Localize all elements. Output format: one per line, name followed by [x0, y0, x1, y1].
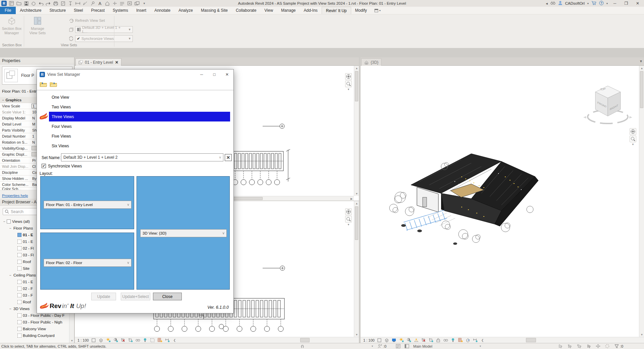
scale-label[interactable]: 1 : 100 [77, 338, 89, 342]
zoom-icon[interactable] [345, 216, 352, 222]
active-workset-label[interactable]: Main Model [413, 344, 432, 348]
update-select-button[interactable]: Update+Select [121, 293, 150, 300]
close-view-tab-icon[interactable]: ✕ [115, 60, 118, 65]
crop-off-icon[interactable] [120, 338, 126, 343]
worksharing-icon[interactable] [300, 344, 305, 348]
help-dropdown-icon[interactable]: ▾ [606, 2, 608, 5]
tab-steel[interactable]: Steel [70, 7, 87, 14]
pane-view-dropdown[interactable]: Floor Plan: 01 - Entry Level˅ [44, 201, 131, 209]
user-dropdown-icon[interactable]: ▾ [587, 2, 589, 5]
save-set-folder-icon[interactable] [50, 81, 57, 88]
tab-annotate[interactable]: Annotate [150, 7, 174, 14]
select-underlay-icon[interactable] [568, 344, 572, 348]
h-scrollbar[interactable] [486, 337, 644, 343]
ribbon-display-toggle[interactable]: ▾ [371, 7, 384, 14]
h-scrollbar[interactable] [178, 337, 359, 343]
selection-filter[interactable]: :0 [614, 344, 623, 348]
update-button[interactable]: Update [91, 293, 116, 300]
panel-label-view-sets[interactable]: View Sets [24, 43, 114, 47]
workset-dropdown-caret[interactable]: ▾ [480, 345, 481, 348]
save-icon[interactable] [23, 0, 30, 6]
tab-revin-it-up[interactable]: Revin' It Up [322, 7, 351, 14]
search-binoculars-icon[interactable] [550, 1, 555, 6]
worksets-dialog-icon[interactable] [396, 344, 400, 348]
zoom-icon[interactable] [345, 81, 352, 87]
customize-qat-icon[interactable]: ▼ [141, 0, 148, 6]
close-button[interactable]: ✕ [633, 0, 642, 6]
properties-toggle-icon[interactable] [8, 0, 15, 6]
v-scrollbar[interactable]: ▲ ▼ [639, 66, 644, 337]
shadows-icon[interactable] [113, 338, 118, 343]
cart-icon[interactable] [591, 1, 596, 6]
sun-path-icon[interactable] [414, 338, 419, 343]
v-scrollbar[interactable]: ▲ ▼ [354, 201, 359, 337]
back-arrow-icon[interactable]: ◂ [546, 1, 548, 6]
username-label[interactable]: CADsoftOrl [565, 1, 585, 5]
sun-settings-icon[interactable] [106, 338, 111, 343]
tab-collaborate[interactable]: Collaborate [232, 7, 260, 14]
close-dialog-button[interactable]: Close [153, 293, 182, 300]
option-four-views[interactable]: Four Views [49, 121, 230, 131]
default-3d-view-icon[interactable] [104, 0, 111, 6]
undo-icon[interactable] [38, 0, 44, 6]
background-processes-icon[interactable] [605, 344, 609, 348]
redo-icon[interactable] [45, 0, 52, 6]
option-five-views[interactable]: Five Views [49, 131, 230, 141]
select-pinned-icon[interactable] [577, 344, 582, 348]
open-icon[interactable] [15, 0, 22, 6]
user-avatar-icon[interactable] [558, 1, 562, 6]
shadows-icon[interactable] [406, 338, 412, 343]
worksets-dropdown-icon[interactable]: ▾ [372, 345, 373, 348]
scroll-left-icon[interactable]: ❮ [481, 339, 484, 342]
help-icon[interactable]: ? [599, 1, 604, 6]
navbar-chevron-icon[interactable]: ▼ [347, 223, 350, 226]
tree-item-view[interactable]: Building Courtyard [0, 332, 69, 339]
displacement-icon[interactable] [465, 338, 471, 343]
open-set-folder-icon[interactable] [40, 81, 47, 88]
text-icon[interactable]: A [97, 0, 103, 6]
render-dialog-icon[interactable] [391, 338, 397, 343]
tab-insert[interactable]: Insert [132, 7, 150, 14]
tab-structure[interactable]: Structure [45, 7, 70, 14]
navbar-chevron-icon[interactable]: ▼ [347, 88, 350, 91]
sun-settings-icon[interactable] [399, 338, 404, 343]
tab-file[interactable]: File [0, 7, 16, 14]
reveal-hidden-icon[interactable] [135, 338, 141, 343]
navbar-chevron-icon[interactable]: ▼ [632, 143, 634, 146]
crop-off-icon[interactable] [421, 338, 426, 343]
switch-windows-icon[interactable] [133, 0, 140, 6]
dialog-minimize-button[interactable]: ─ [195, 70, 208, 79]
select-links-icon[interactable] [558, 344, 563, 348]
layout-pane-right[interactable]: 3D View: {3D}˅ [137, 176, 230, 290]
instance-label[interactable]: Floor Plan: 01 - Entr [2, 89, 37, 93]
locked-3d-icon[interactable] [436, 338, 441, 343]
edit-sheet-icon[interactable] [60, 0, 66, 6]
tab-analyze[interactable]: Analyze [174, 7, 197, 14]
pane-view-dropdown[interactable]: 3D View: {3D}˅ [140, 229, 227, 237]
visual-style-icon[interactable] [98, 338, 104, 343]
sync-with-central-icon[interactable] [30, 0, 37, 6]
constraints-icon[interactable] [165, 338, 170, 343]
delete-set-button[interactable]: ✕ [225, 154, 232, 161]
dialog-close-button[interactable]: ✕ [221, 70, 233, 79]
refresh-view-set-item[interactable]: Refresh View Set [69, 17, 105, 24]
tab-view[interactable]: View [260, 7, 277, 14]
tab-precast[interactable]: Precast [87, 7, 109, 14]
set-name-combo[interactable]: Default 3D + Level 1 + Level 2˅ [61, 153, 223, 161]
visual-style-icon[interactable] [384, 338, 389, 343]
v-scrollbar[interactable]: ▲ ▼ [354, 66, 359, 196]
analytical-model-icon[interactable] [458, 338, 463, 343]
tag-by-category-icon[interactable] [89, 0, 96, 6]
analytical-model-icon[interactable] [157, 338, 163, 343]
manage-view-sets-button[interactable]: Manage View Sets [27, 16, 48, 35]
revit-logo-icon[interactable]: R [1, 0, 7, 6]
tree-item-view[interactable]: 03 - Floor Public - Nigh [0, 319, 69, 326]
tab-manage[interactable]: Manage [277, 7, 300, 14]
minimize-button[interactable]: ─ [610, 0, 619, 6]
pane-view-dropdown[interactable]: Floor Plan: 02 - Floor˅ [44, 259, 131, 267]
synchronize-views-checkbox[interactable]: ✔ [42, 164, 46, 168]
temporary-view-icon[interactable] [450, 338, 456, 343]
option-two-views[interactable]: Two Views [49, 102, 230, 112]
dashed-region-icon[interactable] [150, 338, 155, 343]
steering-wheel-icon[interactable] [630, 128, 636, 135]
